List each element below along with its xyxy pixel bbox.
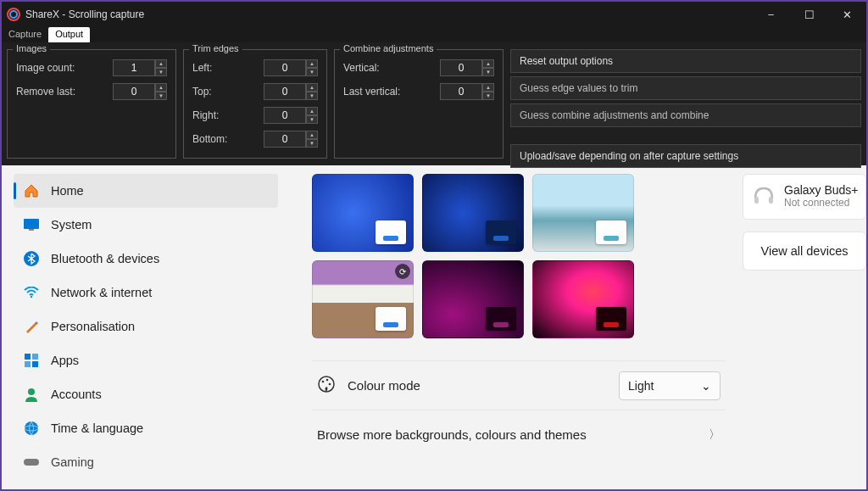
colour-mode-select[interactable]: Light ⌄ — [619, 371, 721, 400]
colour-mode-value: Light — [628, 379, 654, 393]
up-icon[interactable]: ▲ — [155, 59, 167, 68]
sidebar-item-accounts[interactable]: Accounts — [14, 377, 278, 411]
output-panel: Images Image count: ▲▼ Remove last: ▲▼ T… — [2, 42, 866, 165]
chevron-down-icon: ⌄ — [701, 379, 711, 393]
svg-rect-6 — [25, 354, 31, 360]
device-status: Not connected — [784, 197, 859, 209]
remove-last-label: Remove last: — [16, 86, 113, 98]
tab-capture[interactable]: Capture — [2, 27, 48, 42]
svg-point-10 — [28, 388, 35, 395]
svg-point-16 — [326, 378, 329, 381]
sidebar-item-apps[interactable]: Apps — [14, 343, 278, 377]
sidebar-item-gaming[interactable]: Gaming — [14, 445, 278, 479]
settings-sidebar: Home System Bluetooth & devices Network … — [2, 165, 290, 489]
down-icon[interactable]: ▼ — [155, 92, 167, 100]
tab-output[interactable]: Output — [48, 27, 90, 42]
up-icon[interactable]: ▲ — [155, 83, 167, 92]
gamepad-icon — [24, 455, 39, 470]
guess-combine-button[interactable]: Guess combine adjustments and combine — [510, 103, 861, 127]
sidebar-item-label: Accounts — [51, 388, 102, 401]
svg-rect-13 — [24, 459, 39, 466]
device-card[interactable]: Galaxy Buds+ Not connected — [743, 174, 866, 220]
synced-icon: ⟳ — [395, 264, 410, 279]
theme-option-4[interactable]: ⟳ — [312, 260, 414, 338]
home-icon — [24, 183, 39, 198]
svg-rect-2 — [24, 219, 39, 229]
combine-fieldset: Combine adjustments Vertical: ▲▼ Last ve… — [334, 49, 504, 159]
settings-main: ⟳ Colour mode Light ⌄ Browse more backgr… — [290, 165, 739, 489]
trim-bottom-label: Bottom: — [192, 133, 264, 145]
svg-rect-19 — [769, 197, 773, 204]
image-count-stepper[interactable]: ▲▼ — [113, 59, 167, 76]
sidebar-item-personalisation[interactable]: Personalisation — [14, 310, 278, 343]
trim-left-label: Left: — [192, 62, 264, 74]
remove-last-input[interactable] — [113, 83, 155, 100]
trim-edges-fieldset: Trim edges Left: ▲▼ Top: ▲▼ Right: ▲▼ Bo… — [183, 49, 327, 159]
close-button[interactable]: ✕ — [828, 2, 866, 27]
colour-mode-label: Colour mode — [348, 378, 619, 393]
combine-legend: Combine adjustments — [340, 43, 437, 53]
trim-left-stepper[interactable]: ▲▼ — [264, 59, 318, 76]
person-icon — [24, 387, 39, 402]
view-all-devices-button[interactable]: View all devices — [743, 232, 866, 271]
trim-top-stepper[interactable]: ▲▼ — [264, 83, 318, 100]
sidebar-item-bluetooth[interactable]: Bluetooth & devices — [14, 242, 278, 276]
sidebar-item-time-language[interactable]: Time & language — [14, 411, 278, 445]
headphones-icon — [752, 183, 776, 210]
wifi-icon — [24, 285, 39, 300]
window-title: ShareX - Scrolling capture — [25, 8, 752, 20]
upload-save-button[interactable]: Upload/save depending on after capture s… — [510, 144, 861, 168]
combine-last-stepper[interactable]: ▲▼ — [440, 83, 494, 100]
image-count-input[interactable] — [113, 59, 155, 76]
sidebar-item-label: Home — [51, 184, 84, 198]
svg-rect-18 — [754, 197, 759, 204]
theme-option-6[interactable] — [532, 260, 634, 338]
globe-icon — [24, 421, 39, 436]
trim-legend: Trim edges — [189, 43, 242, 53]
sidebar-item-network[interactable]: Network & internet — [14, 276, 278, 310]
theme-option-2[interactable] — [422, 174, 524, 252]
colour-mode-row: Colour mode Light ⌄ — [312, 360, 726, 410]
sidebar-item-label: Time & language — [51, 421, 143, 435]
system-icon — [24, 217, 39, 232]
sidebar-item-system[interactable]: System — [14, 208, 278, 242]
browse-more-label: Browse more backgrounds, colours and the… — [317, 427, 709, 442]
sharex-logo-icon — [7, 8, 20, 21]
maximize-button[interactable]: ☐ — [790, 2, 828, 27]
combine-vertical-stepper[interactable]: ▲▼ — [440, 59, 494, 76]
chevron-right-icon: 〉 — [709, 427, 721, 443]
sidebar-item-label: Personalisation — [51, 320, 135, 333]
sidebar-item-label: Network & internet — [51, 286, 152, 299]
images-legend: Images — [13, 43, 50, 53]
action-buttons-column: Reset output options Guess edge values t… — [510, 49, 861, 159]
trim-right-label: Right: — [192, 109, 264, 121]
reset-output-button[interactable]: Reset output options — [510, 49, 861, 73]
apps-icon — [24, 353, 39, 368]
theme-option-3[interactable] — [532, 174, 634, 252]
sidebar-item-label: Bluetooth & devices — [51, 252, 159, 265]
titlebar: ShareX - Scrolling capture − ☐ ✕ — [2, 2, 866, 27]
minimize-button[interactable]: − — [752, 2, 790, 27]
paintbrush-icon — [24, 319, 39, 334]
bluetooth-icon — [24, 251, 39, 266]
trim-bottom-stepper[interactable]: ▲▼ — [264, 131, 318, 148]
trim-right-stepper[interactable]: ▲▼ — [264, 107, 318, 124]
svg-point-17 — [329, 382, 331, 385]
themes-grid: ⟳ — [312, 174, 726, 338]
guess-edge-button[interactable]: Guess edge values to trim — [510, 76, 861, 100]
image-count-label: Image count: — [16, 62, 113, 74]
theme-option-1[interactable] — [312, 174, 414, 252]
theme-option-5[interactable] — [422, 260, 524, 338]
down-icon[interactable]: ▼ — [155, 68, 167, 76]
browse-more-row[interactable]: Browse more backgrounds, colours and the… — [312, 410, 726, 459]
svg-point-11 — [25, 421, 38, 435]
sidebar-item-home[interactable]: Home — [14, 174, 278, 208]
images-fieldset: Images Image count: ▲▼ Remove last: ▲▼ — [7, 49, 176, 159]
remove-last-stepper[interactable]: ▲▼ — [113, 83, 167, 100]
captured-content: Home System Bluetooth & devices Network … — [2, 165, 866, 489]
sidebar-item-label: System — [51, 218, 92, 232]
right-column: Galaxy Buds+ Not connected View all devi… — [739, 165, 866, 489]
svg-point-1 — [10, 11, 17, 18]
svg-rect-3 — [29, 229, 34, 231]
sidebar-item-label: Apps — [51, 354, 79, 367]
